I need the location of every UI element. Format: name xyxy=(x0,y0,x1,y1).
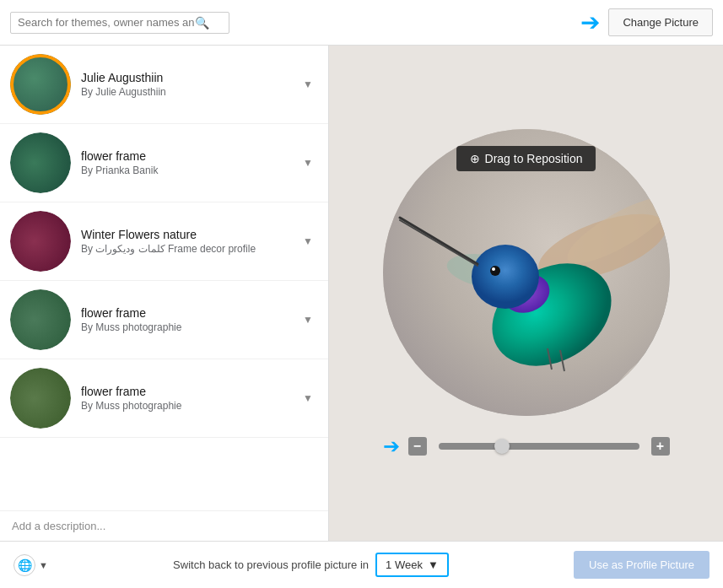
hummingbird-svg xyxy=(383,129,670,416)
frame-item[interactable]: flower frame By Muss photographie ▼ xyxy=(0,281,328,359)
frame-thumbnail xyxy=(10,368,71,429)
frame-thumb-image xyxy=(10,132,71,193)
zoom-thumb[interactable] xyxy=(494,439,510,454)
globe-icon: 🌐 xyxy=(13,554,35,576)
frame-thumbnail xyxy=(10,54,71,115)
description-placeholder: Add a description... xyxy=(12,520,105,532)
frame-dropdown-arrow[interactable]: ▼ xyxy=(298,75,318,94)
use-as-profile-picture-button[interactable]: Use as Profile Picture xyxy=(574,551,710,579)
frame-thumbnail xyxy=(10,211,71,272)
frame-item[interactable]: Julie Augusthiin By Julie Augusthiin ▼ xyxy=(0,46,328,124)
search-input[interactable] xyxy=(18,16,195,29)
frame-author: By Prianka Banik xyxy=(81,165,298,176)
frame-item[interactable]: flower frame By Prianka Banik ▼ xyxy=(0,124,328,202)
description-area[interactable]: Add a description... xyxy=(0,510,328,541)
frame-info: Julie Augusthiin By Julie Augusthiin xyxy=(71,71,298,98)
frame-title: flower frame xyxy=(81,306,298,320)
zoom-minus-button[interactable]: − xyxy=(408,437,427,456)
frame-thumbnail xyxy=(10,132,71,193)
zoom-control: ➔ − + xyxy=(383,434,670,458)
top-bar: 🔍 ➔ Change Picture xyxy=(0,0,723,46)
frame-title: flower frame xyxy=(81,149,298,163)
zoom-arrow-icon: ➔ xyxy=(383,434,400,458)
privacy-dropdown-arrow[interactable]: ▼ xyxy=(39,560,48,570)
drag-tooltip: ⊕ Drag to Reposition xyxy=(456,146,596,171)
zoom-plus-button[interactable]: + xyxy=(651,437,670,456)
frame-item[interactable]: flower frame By Muss photographie ▼ xyxy=(0,359,328,438)
frame-title: Winter Flowers nature xyxy=(81,228,298,241)
frame-thumbnail xyxy=(10,289,71,350)
frame-info: flower frame By Muss photographie xyxy=(71,306,298,333)
svg-point-9 xyxy=(490,266,500,276)
drag-tooltip-text: Drag to Reposition xyxy=(485,152,583,165)
right-panel: ⊕ Drag to Reposition xyxy=(329,46,723,541)
frame-author: By Julie Augusthiin xyxy=(81,86,298,98)
svg-point-8 xyxy=(472,245,539,309)
frame-author: By كلمات وديكورات Frame decor profile xyxy=(81,243,298,255)
week-duration-dropdown[interactable]: 1 Week ▼ xyxy=(375,553,449,577)
bottom-left: 🌐 ▼ xyxy=(13,554,48,576)
frame-author: By Muss photographie xyxy=(81,321,298,333)
preview-container: ⊕ Drag to Reposition xyxy=(383,129,670,416)
frame-item[interactable]: Winter Flowers nature By كلمات وديكورات … xyxy=(0,202,328,281)
switch-back-text: Switch back to previous profile picture … xyxy=(173,558,369,571)
frame-dropdown-arrow[interactable]: ▼ xyxy=(298,389,318,407)
frames-list[interactable]: Julie Augusthiin By Julie Augusthiin ▼ f… xyxy=(0,46,328,510)
top-right-controls: ➔ Change Picture xyxy=(580,8,713,36)
hummingbird-background xyxy=(383,129,670,416)
frame-info: flower frame By Muss photographie xyxy=(71,385,298,412)
frame-thumb-image xyxy=(10,368,71,429)
frame-author: By Muss photographie xyxy=(81,400,298,412)
search-box[interactable]: 🔍 xyxy=(10,12,229,34)
frame-thumb-image xyxy=(10,211,71,272)
frame-dropdown-arrow[interactable]: ▼ xyxy=(298,310,318,329)
week-dropdown-arrow: ▼ xyxy=(428,558,439,571)
frame-info: Winter Flowers nature By كلمات وديكورات … xyxy=(71,228,298,255)
bottom-center: Switch back to previous profile picture … xyxy=(173,553,449,577)
frame-info: flower frame By Prianka Banik xyxy=(71,149,298,176)
drag-icon: ⊕ xyxy=(470,152,480,165)
change-picture-button[interactable]: Change Picture xyxy=(608,8,713,36)
frame-thumb-image xyxy=(10,289,71,350)
bottom-bar: 🌐 ▼ Switch back to previous profile pict… xyxy=(0,541,723,588)
arrow-right-icon: ➔ xyxy=(580,8,600,36)
frame-title: Julie Augusthiin xyxy=(81,71,298,84)
frame-dropdown-arrow[interactable]: ▼ xyxy=(298,232,318,251)
frame-title: flower frame xyxy=(81,385,298,398)
preview-image[interactable] xyxy=(383,129,670,416)
search-icon: 🔍 xyxy=(195,16,209,30)
zoom-track[interactable] xyxy=(439,443,639,450)
svg-point-10 xyxy=(492,267,495,271)
frame-dropdown-arrow[interactable]: ▼ xyxy=(298,154,318,172)
week-selected-value: 1 Week xyxy=(386,558,423,571)
frame-thumb-image xyxy=(10,54,71,115)
left-panel: Julie Augusthiin By Julie Augusthiin ▼ f… xyxy=(0,46,329,541)
main-content: Julie Augusthiin By Julie Augusthiin ▼ f… xyxy=(0,46,723,541)
